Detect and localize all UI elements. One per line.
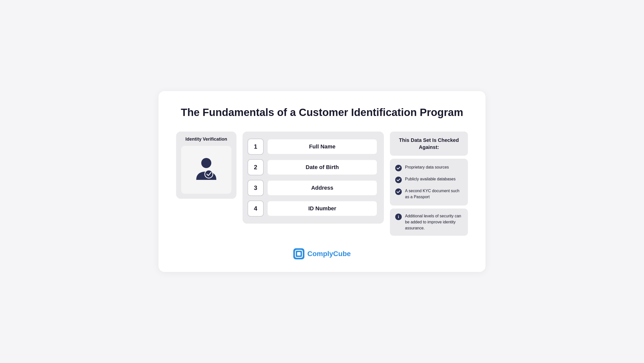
check-list-box: Proprietary data sources Publicly availa…: [390, 159, 468, 206]
item-number-4: 4: [248, 200, 264, 217]
item-row-3: 3 Address: [248, 180, 377, 196]
brand-footer: ComplyCube: [176, 248, 468, 259]
content-row: Identity Verification 1 Full Nam: [176, 132, 468, 236]
svg-rect-10: [297, 252, 301, 256]
item-number-3: 3: [248, 180, 264, 196]
svg-text:i: i: [398, 215, 399, 219]
check-text-2: Publicly available databases: [405, 176, 456, 182]
item-number-1: 1: [248, 139, 264, 155]
svg-point-0: [201, 158, 211, 168]
item-label-2: Date of Birth: [268, 160, 377, 175]
info-icon: i: [395, 213, 402, 220]
check-item-3: A second KYC document such as a Passport: [395, 188, 463, 200]
check-text-3: A second KYC document such as a Passport: [405, 188, 463, 200]
page-title: The Fundamentals of a Customer Identific…: [176, 106, 468, 119]
items-panel: 1 Full Name 2 Date of Birth 3 Address 4 …: [243, 132, 384, 224]
checkmark-icon-1: [395, 165, 402, 172]
svg-point-4: [395, 177, 402, 183]
check-panel: This Data Set Is Checked Against: Propri…: [390, 132, 468, 236]
check-text-1: Proprietary data sources: [405, 164, 449, 170]
avatar-box: [181, 146, 231, 194]
check-header: This Data Set Is Checked Against:: [390, 132, 468, 156]
item-label-4: ID Number: [268, 201, 377, 216]
identity-panel: Identity Verification: [176, 132, 236, 199]
checkmark-icon-2: [395, 176, 402, 183]
checkmark-icon-3: [395, 188, 402, 195]
info-text: Additional levels of security can be add…: [405, 213, 463, 231]
item-number-2: 2: [248, 159, 264, 175]
main-card: The Fundamentals of a Customer Identific…: [158, 91, 486, 272]
item-row-2: 2 Date of Birth: [248, 159, 377, 175]
brand-logo-icon: [293, 248, 304, 259]
item-label-3: Address: [268, 181, 377, 195]
avatar-icon: [192, 156, 220, 184]
identity-panel-title: Identity Verification: [181, 137, 231, 142]
check-item-1: Proprietary data sources: [395, 164, 463, 172]
check-header-title: This Data Set Is Checked Against:: [396, 137, 462, 151]
svg-point-3: [395, 165, 402, 171]
info-box: i Additional levels of security can be a…: [390, 209, 468, 236]
item-row-4: 4 ID Number: [248, 200, 377, 217]
svg-point-5: [395, 188, 402, 195]
brand-name: ComplyCube: [307, 250, 351, 258]
item-label-1: Full Name: [268, 139, 377, 154]
check-item-2: Publicly available databases: [395, 176, 463, 183]
item-row-1: 1 Full Name: [248, 139, 377, 155]
